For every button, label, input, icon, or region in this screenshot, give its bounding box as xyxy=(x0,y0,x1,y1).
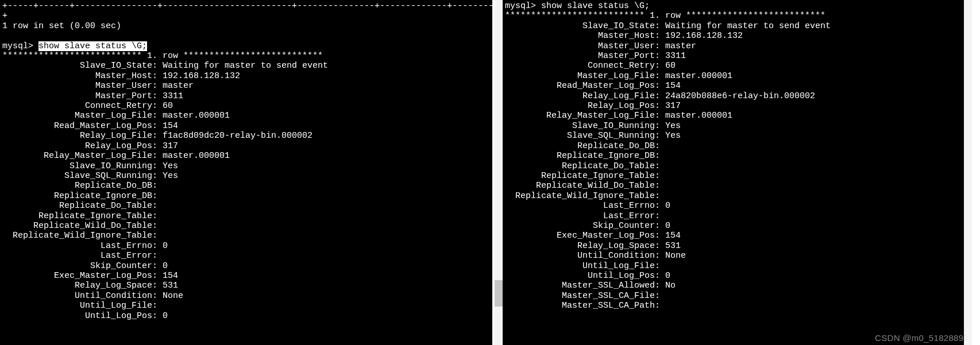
mysql-prompt: mysql> xyxy=(505,1,541,11)
table-plus-row: + xyxy=(2,11,490,21)
command-selected[interactable]: show slave status \G; xyxy=(38,41,147,51)
terminal-pane-left[interactable]: +-----+------+----------------+---------… xyxy=(0,0,492,345)
scrollbar-track-left[interactable] xyxy=(495,0,503,345)
app-container: +-----+------+----------------+---------… xyxy=(0,0,980,345)
slave-status-fields-right: Slave_IO_State: Waiting for master to se… xyxy=(505,21,970,311)
mysql-prompt: mysql> xyxy=(2,41,38,51)
command-text: show slave status \G; xyxy=(541,1,650,11)
rows-in-set: 1 row in set (0.00 sec) xyxy=(2,21,490,31)
scrollbar-thumb-left[interactable] xyxy=(495,280,503,307)
row-header: *************************** 1. row *****… xyxy=(2,51,490,61)
table-border-row: +-----+------+----------------+---------… xyxy=(2,1,490,11)
scrollbar-track-right[interactable] xyxy=(964,0,972,345)
blank-line xyxy=(2,31,490,41)
terminal-pane-right[interactable]: mysql> show slave status \G; ***********… xyxy=(503,0,972,345)
pane-divider xyxy=(492,0,503,345)
watermark-text: CSDN @m0_51828898 xyxy=(875,333,969,343)
row-header: *************************** 1. row *****… xyxy=(505,11,970,21)
mysql-prompt-line: mysql> show slave status \G; xyxy=(505,1,970,11)
slave-status-fields-left: Slave_IO_State: Waiting for master to se… xyxy=(2,61,490,321)
mysql-prompt-line: mysql> show slave status \G; xyxy=(2,41,490,51)
